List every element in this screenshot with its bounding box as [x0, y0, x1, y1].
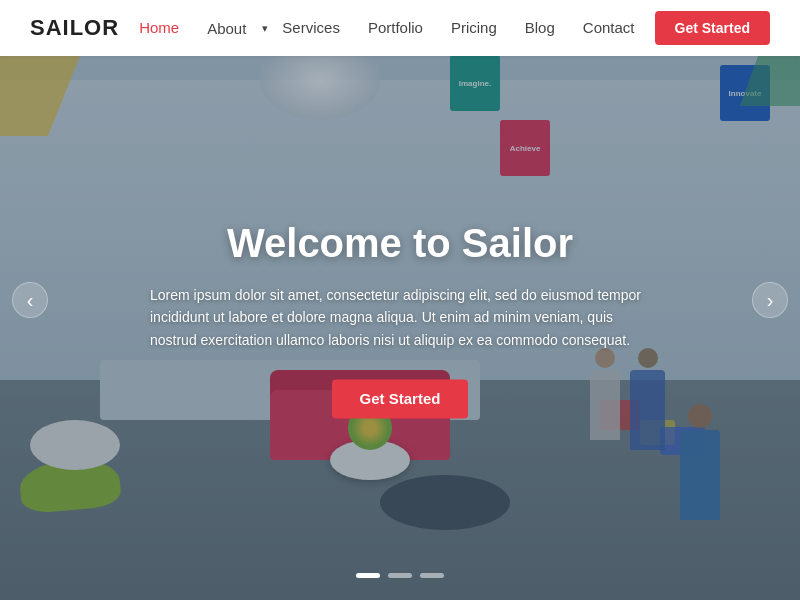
nav-item-blog[interactable]: Blog	[511, 19, 569, 37]
nav-item-portfolio[interactable]: Portfolio	[354, 19, 437, 37]
nav-link-contact[interactable]: Contact	[569, 19, 649, 36]
navbar: SAILOR Home About ▾ Services Portfolio P…	[0, 0, 800, 56]
nav-link-portfolio[interactable]: Portfolio	[354, 19, 437, 36]
hero-title: Welcome to Sailor	[150, 221, 650, 266]
slider-dot-3[interactable]	[420, 573, 444, 578]
hero-section: Imagine. Achieve Innovate ‹ Welcome to S…	[0, 0, 800, 600]
slider-dot-2[interactable]	[388, 573, 412, 578]
nav-link-blog[interactable]: Blog	[511, 19, 569, 36]
nav-link-pricing[interactable]: Pricing	[437, 19, 511, 36]
slider-dots	[356, 573, 444, 578]
nav-item-services[interactable]: Services	[268, 19, 354, 37]
brand-logo[interactable]: SAILOR	[30, 15, 119, 41]
hero-cta-button[interactable]: Get Started	[332, 380, 469, 419]
nav-link-services[interactable]: Services	[268, 19, 354, 36]
hero-description: Lorem ipsum dolor sit amet, consectetur …	[150, 284, 650, 351]
slider-prev-button[interactable]: ‹	[12, 282, 48, 318]
get-started-button[interactable]: Get Started	[655, 11, 770, 45]
nav-link-home[interactable]: Home	[125, 19, 193, 36]
nav-link-about[interactable]: About	[193, 20, 260, 37]
nav-item-pricing[interactable]: Pricing	[437, 19, 511, 37]
nav-item-contact[interactable]: Contact	[569, 19, 649, 37]
slider-dot-1[interactable]	[356, 573, 380, 578]
nav-item-home[interactable]: Home	[125, 19, 193, 37]
hero-content: Welcome to Sailor Lorem ipsum dolor sit …	[150, 221, 650, 418]
nav-menu: Home About ▾ Services Portfolio Pricing …	[125, 19, 648, 37]
slider-next-button[interactable]: ›	[752, 282, 788, 318]
nav-item-about[interactable]: About ▾	[193, 20, 268, 37]
